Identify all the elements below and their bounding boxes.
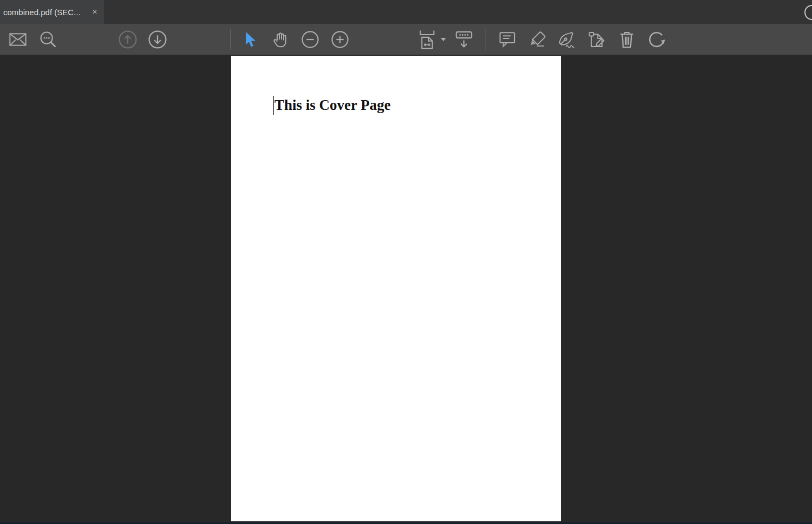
next-page-button[interactable] (147, 28, 168, 50)
fit-width-icon (418, 30, 436, 49)
page-up-icon (118, 30, 137, 49)
highlight-button[interactable] (527, 28, 548, 50)
email-button[interactable] (7, 28, 29, 50)
page-down-icon (148, 30, 167, 49)
zoom-out-icon (301, 30, 319, 49)
acrobat-window: combined.pdf (SEC... ✕ (0, 0, 812, 524)
fill-sign-button[interactable] (556, 28, 578, 50)
delete-button[interactable] (616, 28, 638, 50)
text-cursor (273, 96, 274, 115)
document-area[interactable]: This is Cover Page (0, 55, 812, 522)
select-tool-button[interactable] (240, 28, 261, 50)
tab-title: combined.pdf (SEC... (0, 8, 89, 17)
zoom-out-button[interactable] (299, 28, 321, 50)
search-button[interactable] (37, 28, 59, 50)
document-title-text: This is Cover Page (274, 97, 391, 114)
toolbar-divider (486, 29, 486, 50)
edit-pdf-button[interactable] (586, 28, 608, 50)
reading-mode-button[interactable] (453, 28, 475, 50)
highlight-icon (529, 31, 546, 48)
fill-sign-icon (558, 31, 576, 48)
pdf-page[interactable]: This is Cover Page (231, 56, 561, 521)
zoom-in-button[interactable] (329, 28, 351, 50)
chevron-down-icon (441, 38, 446, 41)
edit-pdf-icon (588, 30, 606, 49)
select-cursor-icon (244, 32, 258, 47)
reading-mode-icon (455, 30, 473, 49)
rotate-icon (647, 30, 666, 49)
tab-close-icon[interactable]: ✕ (90, 7, 100, 17)
comment-button[interactable] (496, 28, 518, 50)
comment-icon (499, 31, 516, 48)
document-tab[interactable]: combined.pdf (SEC... ✕ (0, 0, 105, 24)
email-icon (9, 32, 27, 47)
rotate-button[interactable] (646, 28, 667, 50)
hand-tool-button[interactable] (270, 28, 291, 50)
hand-tool-icon (272, 31, 289, 48)
tab-bar: combined.pdf (SEC... ✕ (0, 0, 812, 24)
partial-circle-icon[interactable] (804, 5, 812, 20)
fit-width-dropdown[interactable] (415, 28, 449, 50)
main-toolbar: / 5 (0, 24, 812, 55)
search-icon (39, 30, 57, 49)
toolbar-divider (230, 29, 231, 50)
zoom-in-icon (331, 30, 349, 49)
previous-page-button[interactable] (117, 28, 139, 50)
trash-icon (618, 30, 636, 49)
